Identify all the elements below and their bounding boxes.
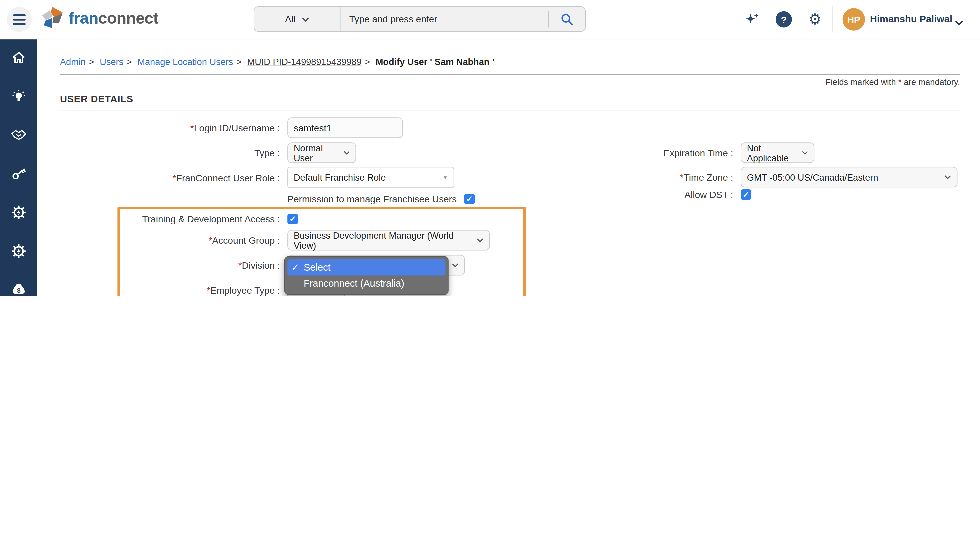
search-input[interactable] [341,7,548,31]
permission-label: Permission to manage Franchisee Users [287,194,457,204]
time-zone-select[interactable]: GMT -05:00 US/Canada/Eastern [741,167,957,187]
login-id-label: *Login ID/Username : [60,123,280,133]
question-mark-icon: ? [776,11,792,28]
gear-bolt-icon [10,204,27,221]
key-icon [10,166,27,182]
division-option-franconnect-australia[interactable]: Franconnect (Australia) [287,275,446,292]
sidebar-item-sales[interactable] [0,121,37,149]
search-button[interactable] [548,11,585,27]
gear-icon: ⚙ [808,11,822,28]
allow-dst-checkbox[interactable]: ✓ [741,189,751,200]
login-id-input[interactable] [287,117,403,138]
search-scope-value: All [285,14,295,24]
user-role-select[interactable]: Default Franchise Role ▼ [287,167,454,188]
user-details-heading: USER DETAILS [60,94,133,105]
division-label: *Division : [60,260,280,271]
hamburger-menu-button[interactable] [7,7,32,32]
avatar[interactable]: HP [843,8,865,30]
brand-wordmark: franconnect [69,8,158,28]
section-divider [60,111,960,111]
search-icon [560,12,574,26]
employee-type-label: *Employee Type : [60,285,280,296]
sparkles-icon [744,11,760,28]
division-option-select[interactable]: ✓ Select [287,259,446,275]
chevron-down-icon [302,17,309,22]
division-dropdown-popup: ✓ Select Franconnect (Australia) [284,256,449,295]
franconnect-logo: franconnect [40,6,158,30]
svg-text:$: $ [17,287,20,294]
chevron-down-icon [477,238,484,242]
search-scope-select[interactable]: All [255,7,341,31]
breadcrumb-current: Modify User ' Sam Nabhan ' [376,57,494,67]
account-group-label: *Account Group : [60,235,280,246]
chevron-down-icon [944,175,951,179]
type-label: Type : [60,147,280,158]
expiration-time-label: Expiration Time : [513,147,733,158]
user-menu-chevron[interactable] [955,17,963,28]
lightbulb-icon [11,89,26,104]
permission-checkbox[interactable]: ✓ [464,194,475,204]
chevron-down-icon [802,151,808,155]
left-sidebar: $ [0,39,37,296]
field-row-account-group: *Account Group : Business Development Ma… [60,230,490,251]
field-row-expiration-time: Expiration Time : Not Applicable [513,142,814,163]
field-row-login-id: *Login ID/Username : [60,117,403,138]
breadcrumb-admin[interactable]: Admin [60,57,86,67]
time-zone-label: *Time Zone : [513,172,733,182]
training-access-label: Training & Development Access : [60,214,280,224]
global-search: All [254,6,586,32]
breadcrumb-divider [60,74,960,75]
app-window: franconnect All ? ⚙ [0,0,980,296]
field-row-training-access: Training & Development Access : ✓ [60,214,298,224]
chevron-down-icon [452,263,459,267]
sidebar-item-home[interactable] [0,44,37,71]
triangle-down-icon: ▼ [443,174,448,181]
expiration-time-select[interactable]: Not Applicable [741,142,814,163]
sidebar-item-operations-2[interactable] [0,237,37,265]
chevron-down-icon [344,151,350,155]
breadcrumb-muid[interactable]: MUID PID-14998915439989 [247,57,362,67]
breadcrumb: Admin> Users> Manage Location Users> MUI… [60,57,494,67]
allow-dst-label: Allow DST : [513,189,733,200]
chevron-down-icon [955,20,963,25]
breadcrumb-manage-location-users[interactable]: Manage Location Users [137,57,233,67]
sidebar-item-opener[interactable] [0,83,37,110]
account-group-select[interactable]: Business Development Manager (World View… [287,230,490,251]
type-select[interactable]: Normal User [287,142,356,163]
help-button[interactable]: ? [774,10,794,29]
field-row-time-zone: *Time Zone : GMT -05:00 US/Canada/Easter… [513,167,958,187]
sidebar-item-finance[interactable]: $ [0,276,37,296]
user-role-label: *FranConnect User Role : [60,172,280,183]
money-bag-icon: $ [10,282,27,296]
header-divider [833,6,833,33]
franconnect-logo-mark [40,6,64,30]
top-header: franconnect All ? ⚙ [0,0,980,39]
sidebar-item-operations-1[interactable] [0,199,37,226]
ai-assistant-button[interactable] [743,10,763,29]
handshake-icon [10,127,27,143]
settings-button[interactable]: ⚙ [805,10,825,29]
user-name[interactable]: Himanshu Paliwal [870,14,952,25]
sidebar-item-openings[interactable] [0,160,37,187]
field-row-type: Type : Normal User [60,142,356,163]
field-row-allow-dst: Allow DST : ✓ [513,189,751,200]
mandatory-note: Fields marked with * are mandatory. [825,77,960,87]
field-row-permission: Permission to manage Franchisee Users ✓ [287,194,475,204]
breadcrumb-users[interactable]: Users [100,57,123,67]
check-icon: ✓ [291,262,303,273]
home-icon [11,50,26,65]
field-row-user-role: *FranConnect User Role : Default Franchi… [60,167,454,188]
training-access-checkbox[interactable]: ✓ [287,214,298,224]
gear-bolt-icon [10,243,27,259]
